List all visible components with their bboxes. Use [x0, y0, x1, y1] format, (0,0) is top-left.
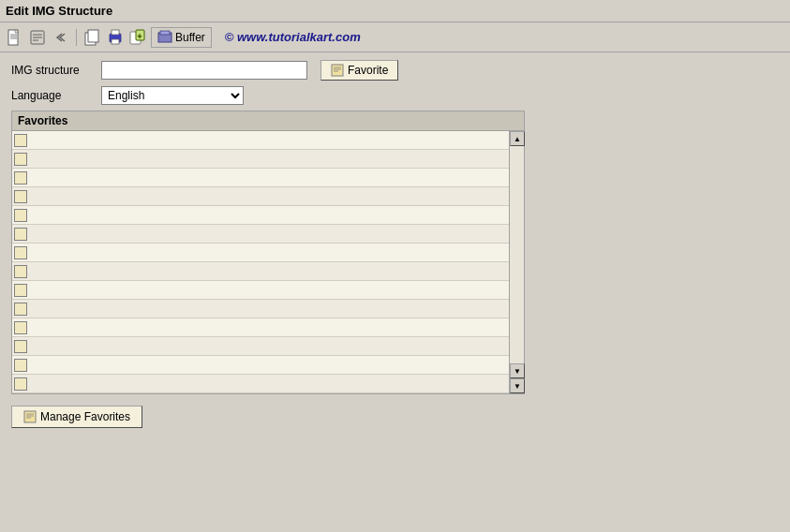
row-checkbox[interactable]	[14, 228, 27, 241]
favorite-button[interactable]: Favorite	[320, 60, 398, 81]
row-checkbox[interactable]	[14, 265, 27, 278]
list-item[interactable]	[12, 206, 509, 225]
svg-marker-1	[15, 30, 18, 33]
svg-rect-22	[24, 411, 36, 422]
list-item[interactable]	[12, 356, 509, 375]
svg-rect-13	[112, 39, 119, 44]
buffer-label: Buffer	[175, 31, 205, 44]
vertical-scrollbar[interactable]: ▲ ▼ ▼	[509, 131, 524, 393]
copy-icon[interactable]	[83, 28, 102, 47]
favorites-header: Favorites	[12, 111, 524, 131]
scroll-down-button-2[interactable]: ▼	[510, 378, 525, 393]
toolbar: Buffer © www.tutorialkart.com	[0, 22, 790, 52]
img-structure-row: IMG structure Favorite	[11, 60, 779, 81]
print-icon[interactable]	[106, 28, 125, 47]
row-checkbox[interactable]	[14, 209, 27, 222]
favorites-list-container: ▲ ▼ ▼	[12, 131, 524, 393]
list-item[interactable]	[12, 318, 509, 337]
list-item[interactable]	[12, 244, 509, 262]
properties-icon[interactable]	[28, 28, 47, 47]
img-structure-label: IMG structure	[11, 64, 96, 77]
window-title: Edit IMG Structure	[6, 4, 112, 18]
favorites-list	[12, 131, 509, 393]
row-checkbox[interactable]	[14, 171, 27, 185]
img-structure-input[interactable]	[101, 61, 307, 80]
svg-rect-18	[332, 65, 343, 76]
svg-rect-10	[88, 30, 98, 42]
list-item[interactable]	[12, 262, 509, 281]
language-label: Language	[11, 89, 96, 102]
row-checkbox[interactable]	[14, 321, 27, 334]
list-item[interactable]	[12, 187, 509, 206]
row-checkbox[interactable]	[14, 284, 27, 297]
row-checkbox[interactable]	[14, 303, 27, 316]
buffer-button[interactable]: Buffer	[151, 27, 212, 48]
list-item[interactable]	[12, 337, 509, 356]
manage-favorites-label: Manage Favorites	[40, 410, 130, 423]
list-item[interactable]	[12, 131, 509, 150]
scroll-down-button[interactable]: ▼	[510, 363, 525, 378]
language-select[interactable]: English German French Spanish	[101, 86, 244, 105]
favorite-button-label: Favorite	[348, 64, 388, 77]
favorite-icon	[331, 64, 344, 77]
svg-rect-17	[160, 31, 170, 35]
list-item[interactable]	[12, 169, 509, 187]
list-item[interactable]	[12, 225, 509, 244]
row-checkbox[interactable]	[14, 153, 27, 166]
list-item[interactable]	[12, 281, 509, 300]
scroll-up-button[interactable]: ▲	[510, 131, 525, 146]
list-item[interactable]	[12, 150, 509, 169]
row-checkbox[interactable]	[14, 134, 27, 147]
separator-1	[76, 29, 77, 46]
row-checkbox[interactable]	[14, 190, 27, 203]
title-bar: Edit IMG Structure	[0, 0, 790, 22]
list-item[interactable]	[12, 375, 509, 393]
manage-favorites-icon	[23, 410, 37, 423]
scroll-track[interactable]	[510, 146, 524, 363]
list-item[interactable]	[12, 300, 509, 318]
row-checkbox[interactable]	[14, 359, 27, 372]
download-icon[interactable]	[128, 28, 147, 47]
watermark: © www.tutorialkart.com	[225, 30, 361, 44]
language-row: Language English German French Spanish	[11, 86, 779, 105]
favorites-panel: Favorites	[11, 111, 525, 394]
svg-rect-12	[112, 30, 119, 35]
row-checkbox[interactable]	[14, 246, 27, 259]
row-checkbox[interactable]	[14, 377, 27, 391]
row-checkbox[interactable]	[14, 340, 27, 353]
main-content: IMG structure Favorite Language English …	[0, 52, 790, 436]
new-doc-icon[interactable]	[6, 28, 24, 47]
manage-favorites-button[interactable]: Manage Favorites	[11, 406, 142, 428]
back-icon[interactable]	[51, 28, 69, 47]
